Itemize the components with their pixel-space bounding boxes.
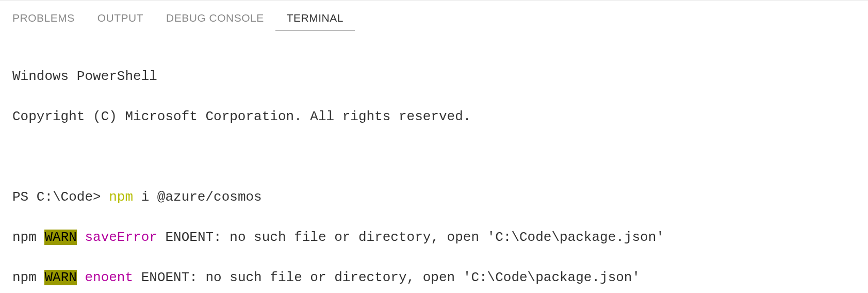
tab-output[interactable]: OUTPUT [86,9,155,31]
terminal-line: Windows PowerShell [12,67,856,87]
terminal-output[interactable]: Windows PowerShell Copyright (C) Microso… [0,31,868,293]
terminal-line: Copyright (C) Microsoft Corporation. All… [12,107,856,127]
npm-prefix: npm [12,270,44,285]
warn-msg: ENOENT: no such file or directory, open … [133,270,640,285]
tab-debug-console[interactable]: DEBUG CONSOLE [155,9,275,31]
tab-terminal[interactable]: TERMINAL [275,9,355,31]
warn-badge: WARN [44,230,76,245]
terminal-line: npm WARN enoent ENOENT: no such file or … [12,268,856,288]
terminal-prompt-line: PS C:\Code> npm i @azure/cosmos [12,187,856,207]
terminal-line: npm WARN saveError ENOENT: no such file … [12,227,856,248]
warn-badge: WARN [44,270,76,285]
warn-msg: ENOENT: no such file or directory, open … [157,230,664,245]
npm-prefix: npm [12,230,44,245]
warn-tag: saveError [85,230,157,245]
command-rest: i @azure/cosmos [133,189,262,205]
prompt-prefix: PS C:\Code> [12,189,109,205]
tab-problems[interactable]: PROBLEMS [12,9,86,31]
panel-tabs: PROBLEMS OUTPUT DEBUG CONSOLE TERMINAL [0,1,868,31]
terminal-line [12,147,856,167]
command-head: npm [109,189,133,205]
warn-tag: enoent [85,270,133,285]
